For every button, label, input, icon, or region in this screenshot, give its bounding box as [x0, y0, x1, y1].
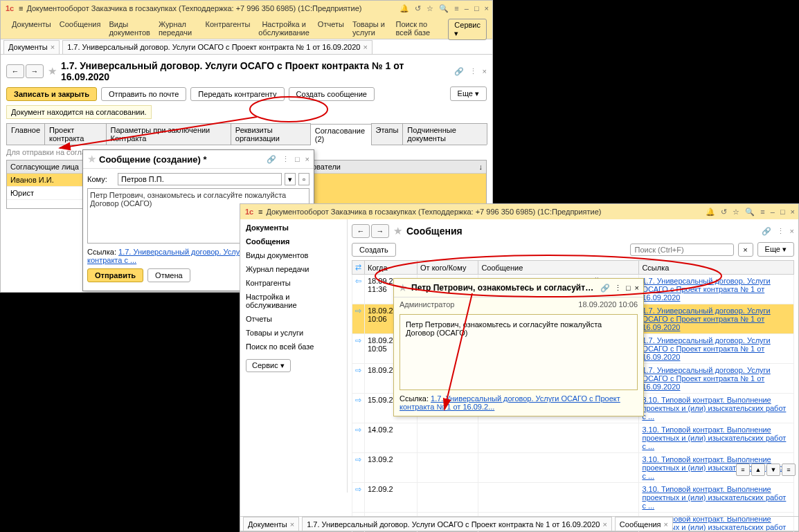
close-panel-icon[interactable]: ×: [483, 67, 487, 76]
tab-close-icon[interactable]: ×: [363, 43, 367, 51]
sidebar-item-doctypes[interactable]: Виды документов: [246, 251, 341, 259]
row-link[interactable]: 1.7. Универсальный договор. Услуги ОСАГО…: [642, 336, 770, 361]
star-icon[interactable]: ★: [87, 153, 96, 165]
create-message-button[interactable]: Создать сообщение: [289, 87, 375, 101]
search-clear-button[interactable]: ×: [738, 243, 753, 257]
tab-close-icon[interactable]: ×: [664, 520, 668, 529]
search-input[interactable]: [630, 244, 734, 256]
sidebar-item-search[interactable]: Поиск по всей базе: [246, 342, 341, 351]
tab-documents[interactable]: Документы ×: [3, 40, 60, 54]
tab-close-icon[interactable]: ×: [51, 43, 55, 51]
itab-requisites[interactable]: Реквизиты организации: [231, 123, 311, 145]
itab-project[interactable]: Проект контракта: [44, 123, 107, 145]
close-panel-icon[interactable]: ×: [790, 227, 794, 236]
more-icon[interactable]: ⋮: [777, 227, 784, 236]
settings-icon[interactable]: ≡: [760, 208, 764, 217]
save-close-button[interactable]: Записать и закрыть: [6, 87, 97, 101]
tab-close-icon[interactable]: ×: [602, 520, 607, 529]
tab-messages[interactable]: Сообщения×: [615, 517, 673, 531]
bell-icon[interactable]: 🔔: [400, 4, 409, 13]
row-link[interactable]: 1.7. Универсальный договор. Услуги ОСАГО…: [642, 306, 770, 331]
row-link[interactable]: 3.10. Типовой контракт. Выполнение проек…: [642, 485, 786, 510]
menu-doctypes[interactable]: Виды документов: [109, 19, 150, 37]
star-icon[interactable]: ☆: [427, 4, 433, 13]
send-contragent-button[interactable]: Передать контрагенту: [190, 87, 284, 101]
table-row[interactable]: ⇨13.09.23.10. Типовой контракт. Выполнен…: [352, 453, 794, 483]
document-link[interactable]: 1.7. Универсальный договор. Услуги ОСАГО…: [400, 394, 620, 411]
search-icon[interactable]: 🔍: [439, 4, 449, 13]
minimize-icon[interactable]: –: [771, 208, 775, 217]
itab-main[interactable]: Главное: [6, 123, 45, 145]
itab-subdocs[interactable]: Подчиненные документы: [402, 123, 487, 145]
menu-journal[interactable]: Журнал передачи: [159, 19, 197, 37]
sidebar-item-reports[interactable]: Отчеты: [246, 315, 341, 323]
more-icon[interactable]: ⋮: [469, 67, 477, 76]
star-icon[interactable]: ★: [398, 282, 407, 294]
close-icon[interactable]: ×: [485, 4, 489, 13]
row-link[interactable]: 1.7. Универсальный договор. Услуги ОСАГО…: [642, 277, 770, 302]
itab-approval[interactable]: Согласование (2): [310, 124, 372, 145]
star-icon[interactable]: ★: [393, 225, 402, 237]
bell-icon[interactable]: 🔔: [706, 208, 715, 217]
tab-contract[interactable]: 1.7. Универсальный договор. Услуги ОСАГО…: [62, 40, 372, 54]
sidebar-item-settings[interactable]: Настройка и обслуживание: [246, 293, 341, 309]
maximize-icon[interactable]: □: [474, 4, 479, 13]
nav-back-button[interactable]: ←: [6, 64, 24, 78]
nav-fwd-button[interactable]: →: [371, 224, 389, 238]
menu-reports[interactable]: Отчеты: [318, 19, 344, 28]
nav-last-button[interactable]: ≡: [782, 464, 796, 476]
col-who[interactable]: От кого/Кому: [418, 261, 478, 275]
nav-down-button[interactable]: ▼: [766, 464, 780, 476]
menu-documents[interactable]: Документы: [12, 19, 51, 28]
minimize-icon[interactable]: –: [465, 4, 469, 13]
sidebar-item-contragents[interactable]: Контрагенты: [246, 279, 341, 287]
tab-contract[interactable]: 1.7. Универсальный договор. Услуги ОСАГО…: [302, 517, 612, 531]
nav-fwd-button[interactable]: →: [26, 64, 44, 78]
col-dir[interactable]: ⇄: [352, 261, 365, 275]
nav-up-button[interactable]: ▲: [751, 464, 765, 476]
history-icon[interactable]: ↺: [415, 4, 421, 13]
link-icon[interactable]: 🔗: [762, 227, 771, 236]
sidebar-item-documents[interactable]: Документы: [246, 223, 341, 232]
col-when[interactable]: Когда: [365, 261, 418, 275]
close-icon[interactable]: ×: [635, 284, 639, 292]
menu-messages[interactable]: Сообщения: [60, 19, 101, 28]
square-icon[interactable]: □: [295, 155, 300, 164]
itab-params[interactable]: Параметры при заключении Контракта: [106, 123, 231, 145]
send-button[interactable]: Отправить: [87, 268, 143, 282]
table-row[interactable]: ⇨14.09.23.10. Типовой контракт. Выполнен…: [352, 423, 794, 453]
close-icon[interactable]: ×: [791, 208, 795, 217]
star-icon[interactable]: ★: [48, 65, 57, 77]
maximize-icon[interactable]: □: [780, 208, 785, 217]
send-mail-button[interactable]: Отправить по почте: [101, 87, 186, 101]
settings-icon[interactable]: ≡: [454, 4, 458, 13]
row-link[interactable]: 3.10. Типовой контракт. Выполнение проек…: [642, 425, 786, 450]
to-clear-button[interactable]: ▫: [298, 173, 309, 185]
sidebar-item-goods[interactable]: Товары и услуги: [246, 329, 341, 337]
search-icon[interactable]: 🔍: [745, 208, 755, 217]
star-icon[interactable]: ☆: [733, 208, 739, 217]
square-icon[interactable]: □: [626, 284, 631, 292]
nav-back-button[interactable]: ←: [352, 224, 370, 238]
to-dropdown-button[interactable]: ▾: [285, 173, 296, 185]
more-button[interactable]: Еще ▾: [757, 242, 794, 257]
col-link[interactable]: Ссылка: [639, 261, 794, 275]
link-icon[interactable]: 🔗: [267, 155, 276, 164]
sidebar-item-messages[interactable]: Сообщения: [246, 237, 341, 246]
tab-documents[interactable]: Документы×: [243, 517, 299, 531]
history-icon[interactable]: ↺: [721, 208, 727, 217]
sort-icon[interactable]: ↓: [479, 163, 483, 171]
close-icon[interactable]: ×: [305, 155, 309, 164]
cancel-button[interactable]: Отмена: [147, 268, 190, 282]
burger-icon[interactable]: ≡: [258, 208, 262, 216]
more-icon[interactable]: ⋮: [614, 284, 622, 293]
menu-goods[interactable]: Товары и услуги: [352, 19, 388, 37]
col-msg[interactable]: Сообщение: [478, 261, 639, 275]
row-link[interactable]: 1.7. Универсальный договор. Услуги ОСАГО…: [642, 366, 770, 391]
table-row[interactable]: ⇨12.09.23.10. Типовой контракт. Выполнен…: [352, 483, 794, 513]
menu-search[interactable]: Поиск по всей базе: [395, 19, 437, 37]
sidebar-service-button[interactable]: Сервис ▾: [246, 359, 291, 372]
link-icon[interactable]: 🔗: [600, 284, 610, 293]
tab-close-icon[interactable]: ×: [290, 520, 294, 529]
sidebar-item-journal[interactable]: Журнал передачи: [246, 265, 341, 273]
